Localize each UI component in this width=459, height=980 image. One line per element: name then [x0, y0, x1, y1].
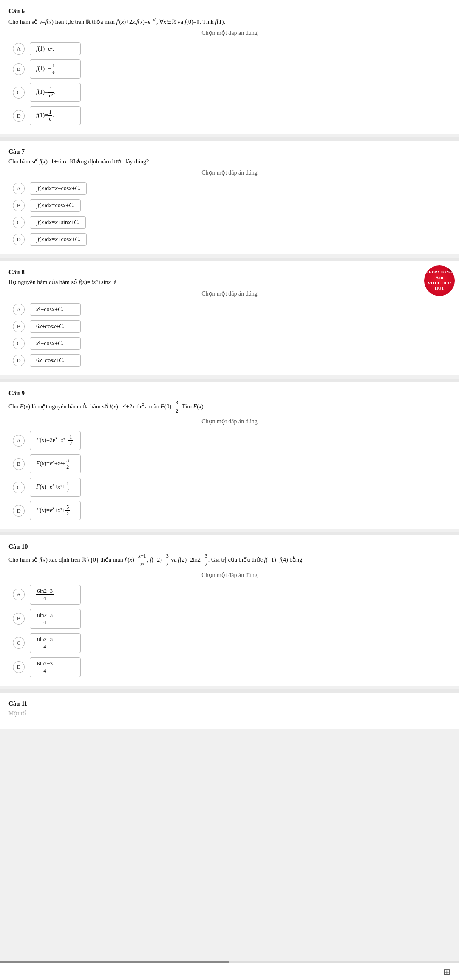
q9-options: A F(x)=2ex+x²−12 B F(x)=ex+x²+32 C F(x)=…	[8, 431, 450, 520]
question-7: Câu 7 Cho hàm số f(x)=1+sinx. Khẳng định…	[0, 141, 459, 254]
q10-options: A 6ln2+3 4 B 8ln2−3 4 C 8ln2+3	[8, 585, 450, 677]
q7-letter-c: C	[13, 217, 25, 228]
q8-letter-c: C	[13, 338, 25, 349]
q6-option-c[interactable]: C f(1)=1e².	[13, 83, 450, 102]
q9-choose-label: Chọn một đáp án đúng	[8, 418, 450, 425]
q8-choose-label: Chọn một đáp án đúng	[8, 290, 450, 297]
q6-letter-d: D	[13, 110, 25, 122]
divider-8-9	[0, 379, 459, 382]
q10-option-a[interactable]: A 6ln2+3 4	[13, 585, 450, 605]
q8-answer-c: x³−cosx+C.	[30, 337, 81, 350]
q9-answer-a: F(x)=2ex+x²−12	[30, 431, 81, 450]
q8-option-b[interactable]: B 6x+cosx+C.	[13, 320, 450, 333]
q7-options: A ∫f(x)dx=x−cosx+C. B ∫f(x)dx=cosx+C. C …	[8, 182, 450, 246]
q7-answer-c: ∫f(x)dx=x+sinx+C.	[30, 216, 86, 229]
q6-options: A f(1)=e². B f(1)=−1e. C f(1)=1e². D f(1…	[8, 42, 450, 125]
q10-answer-b: 8ln2−3 4	[30, 609, 81, 629]
q10-option-b[interactable]: B 8ln2−3 4	[13, 609, 450, 629]
q10-number: Câu 10	[8, 543, 450, 550]
q7-option-c[interactable]: C ∫f(x)dx=x+sinx+C.	[13, 216, 450, 229]
divider-7-8	[0, 258, 459, 261]
q8-letter-d: D	[13, 355, 25, 366]
q7-text: Cho hàm số f(x)=1+sinx. Khẳng định nào d…	[8, 157, 450, 166]
q9-letter-d: D	[13, 505, 25, 517]
q11-number: Câu 11	[8, 700, 450, 707]
question-9: Câu 9 Cho F(x) là một nguyên hàm của hàm…	[0, 382, 459, 529]
divider-10-11	[0, 689, 459, 693]
voucher-line2: VOUCHER	[428, 280, 451, 286]
q7-answer-a: ∫f(x)dx=x−cosx+C.	[30, 182, 87, 195]
question-8: Câu 8 Họ nguyên hàm của hàm số f(x)=3x²+…	[0, 261, 459, 375]
q6-letter-b: B	[13, 63, 25, 75]
q7-answer-d: ∫f(x)dx=x+cosx+C.	[30, 233, 87, 246]
q6-letter-a: A	[13, 43, 25, 55]
q6-answer-c: f(1)=1e².	[30, 83, 81, 102]
q10-option-c[interactable]: C 8ln2+3 4	[13, 633, 450, 653]
q9-option-b[interactable]: B F(x)=ex+x²+32	[13, 454, 450, 473]
close-icon[interactable]: ✕	[448, 266, 454, 272]
q9-answer-c: F(x)=ex+x²+12	[30, 478, 81, 497]
q10-letter-a: A	[13, 589, 25, 600]
q7-number: Câu 7	[8, 148, 450, 155]
q8-letter-a: A	[13, 304, 25, 315]
q11-text: Một tổ...	[8, 709, 450, 718]
q6-choose-label: Chọn một đáp án đúng	[8, 29, 450, 37]
q7-choose-label: Chọn một đáp án đúng	[8, 169, 450, 176]
q8-options: A x³+cosx+C. B 6x+cosx+C. C x³−cosx+C. D…	[8, 303, 450, 367]
q10-letter-c: C	[13, 637, 25, 649]
q8-option-d[interactable]: D 6x−cosx+C.	[13, 354, 450, 367]
q10-answer-d: 6ln2−3 4	[30, 657, 81, 677]
question-11: Câu 11 Một tổ...	[0, 693, 459, 729]
q8-number: Câu 8	[8, 269, 450, 276]
q8-text: Họ nguyên hàm của hàm số f(x)=3x²+sinx l…	[8, 278, 450, 287]
q6-text: Cho hàm số y=f(x) liên tục trên ℝ thỏa m…	[8, 17, 450, 27]
q10-text: Cho hàm số f(x) xác định trên ℝ∖{0} thỏa…	[8, 552, 450, 569]
question-6: Câu 6 Cho hàm số y=f(x) liên tục trên ℝ …	[0, 0, 459, 134]
voucher-line1: Săn	[436, 275, 443, 280]
q6-answer-b: f(1)=−1e.	[30, 59, 81, 79]
q6-letter-c: C	[13, 87, 25, 99]
q7-option-a[interactable]: A ∫f(x)dx=x−cosx+C.	[13, 182, 450, 195]
q10-choose-label: Chọn một đáp án đúng	[8, 572, 450, 579]
q10-option-d[interactable]: D 6ln2−3 4	[13, 657, 450, 677]
q7-answer-b: ∫f(x)dx=cosx+C.	[30, 199, 81, 212]
q8-option-c[interactable]: C x³−cosx+C.	[13, 337, 450, 350]
voucher-badge[interactable]: ✕ SHOPXUONG Săn VOUCHER HOT	[424, 265, 455, 296]
q9-letter-b: B	[13, 458, 25, 470]
q7-letter-a: A	[13, 183, 25, 194]
q7-letter-d: D	[13, 234, 25, 245]
q7-letter-b: B	[13, 200, 25, 211]
q9-option-a[interactable]: A F(x)=2ex+x²−12	[13, 431, 450, 450]
q10-letter-d: D	[13, 661, 25, 673]
q8-letter-b: B	[13, 321, 25, 332]
q9-answer-d: F(x)=ex+x²+52	[30, 501, 81, 520]
q6-option-b[interactable]: B f(1)=−1e.	[13, 59, 450, 79]
divider-9-10	[0, 532, 459, 535]
q8-answer-b: 6x+cosx+C.	[30, 320, 81, 333]
q9-option-d[interactable]: D F(x)=ex+x²+52	[13, 501, 450, 520]
q7-option-d[interactable]: D ∫f(x)dx=x+cosx+C.	[13, 233, 450, 246]
q6-option-a[interactable]: A f(1)=e².	[13, 42, 450, 55]
q9-option-c[interactable]: C F(x)=ex+x²+12	[13, 478, 450, 497]
q8-answer-a: x³+cosx+C.	[30, 303, 81, 316]
q9-letter-c: C	[13, 482, 25, 493]
q6-answer-d: f(1)=1e.	[30, 106, 81, 125]
q7-option-b[interactable]: B ∫f(x)dx=cosx+C.	[13, 199, 450, 212]
q6-option-d[interactable]: D f(1)=1e.	[13, 106, 450, 125]
q9-number: Câu 9	[8, 390, 450, 397]
divider-6-7	[0, 137, 459, 141]
q10-letter-b: B	[13, 613, 25, 625]
q8-answer-d: 6x−cosx+C.	[30, 354, 81, 367]
q9-text: Cho F(x) là một nguyên hàm của hàm số f(…	[8, 399, 450, 415]
q8-option-a[interactable]: A x³+cosx+C.	[13, 303, 450, 316]
question-10: Câu 10 Cho hàm số f(x) xác định trên ℝ∖{…	[0, 535, 459, 685]
voucher-line3: HOT	[435, 286, 444, 291]
q9-letter-a: A	[13, 435, 25, 447]
q6-number: Câu 6	[8, 8, 450, 15]
q10-answer-c: 8ln2+3 4	[30, 633, 81, 653]
q10-answer-a: 6ln2+3 4	[30, 585, 81, 605]
q9-answer-b: F(x)=ex+x²+32	[30, 454, 81, 473]
q6-answer-a: f(1)=e².	[30, 42, 81, 55]
